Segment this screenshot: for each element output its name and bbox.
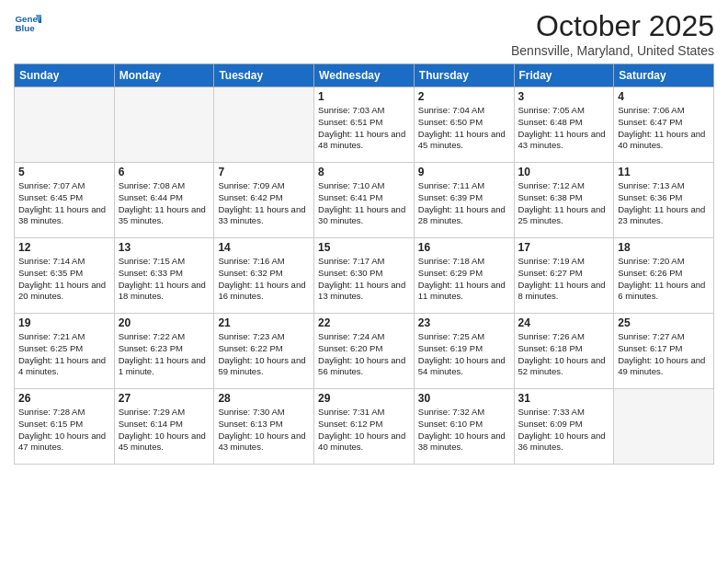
- table-row: 17Sunrise: 7:19 AM Sunset: 6:27 PM Dayli…: [514, 238, 614, 314]
- calendar-week-0: 1Sunrise: 7:03 AM Sunset: 6:51 PM Daylig…: [15, 87, 714, 163]
- table-row: 29Sunrise: 7:31 AM Sunset: 6:12 PM Dayli…: [314, 389, 415, 465]
- calendar-table: Sunday Monday Tuesday Wednesday Thursday…: [14, 63, 714, 465]
- day-number: 15: [318, 241, 410, 254]
- day-info: Sunrise: 7:14 AM Sunset: 6:35 PM Dayligh…: [18, 256, 110, 303]
- day-info: Sunrise: 7:16 AM Sunset: 6:32 PM Dayligh…: [218, 256, 310, 303]
- day-info: Sunrise: 7:29 AM Sunset: 6:14 PM Dayligh…: [119, 407, 210, 454]
- table-row: 31Sunrise: 7:33 AM Sunset: 6:09 PM Dayli…: [514, 389, 614, 465]
- table-row: 22Sunrise: 7:24 AM Sunset: 6:20 PM Dayli…: [314, 314, 415, 389]
- day-number: 16: [418, 241, 510, 254]
- day-number: 2: [418, 90, 510, 103]
- calendar-week-4: 26Sunrise: 7:28 AM Sunset: 6:15 PM Dayli…: [15, 389, 714, 465]
- th-monday: Monday: [114, 64, 214, 87]
- day-info: Sunrise: 7:27 AM Sunset: 6:17 PM Dayligh…: [618, 331, 710, 378]
- day-number: 17: [518, 241, 610, 254]
- table-row: 28Sunrise: 7:30 AM Sunset: 6:13 PM Dayli…: [214, 389, 314, 465]
- day-info: Sunrise: 7:09 AM Sunset: 6:42 PM Dayligh…: [218, 180, 310, 227]
- calendar-week-3: 19Sunrise: 7:21 AM Sunset: 6:25 PM Dayli…: [15, 314, 714, 389]
- day-info: Sunrise: 7:24 AM Sunset: 6:20 PM Dayligh…: [318, 331, 410, 378]
- day-info: Sunrise: 7:31 AM Sunset: 6:12 PM Dayligh…: [318, 407, 410, 454]
- logo-icon: General Blue: [14, 9, 41, 37]
- table-row: 12Sunrise: 7:14 AM Sunset: 6:35 PM Dayli…: [15, 238, 115, 314]
- day-info: Sunrise: 7:18 AM Sunset: 6:29 PM Dayligh…: [418, 256, 510, 303]
- day-number: 21: [218, 316, 310, 329]
- day-number: 19: [18, 316, 110, 329]
- table-row: 8Sunrise: 7:10 AM Sunset: 6:41 PM Daylig…: [314, 163, 415, 238]
- table-row: 24Sunrise: 7:26 AM Sunset: 6:18 PM Dayli…: [514, 314, 614, 389]
- day-number: 24: [518, 316, 610, 329]
- day-info: Sunrise: 7:23 AM Sunset: 6:22 PM Dayligh…: [218, 331, 310, 378]
- day-number: 14: [218, 241, 310, 254]
- day-number: 12: [18, 241, 110, 254]
- day-number: 3: [518, 90, 610, 103]
- table-row: [114, 87, 214, 163]
- day-number: 7: [218, 166, 310, 178]
- table-row: 6Sunrise: 7:08 AM Sunset: 6:44 PM Daylig…: [114, 163, 214, 238]
- day-number: 30: [418, 392, 510, 405]
- table-row: 11Sunrise: 7:13 AM Sunset: 6:36 PM Dayli…: [614, 163, 714, 238]
- day-number: 29: [318, 392, 410, 405]
- table-row: 19Sunrise: 7:21 AM Sunset: 6:25 PM Dayli…: [15, 314, 115, 389]
- th-saturday: Saturday: [614, 64, 714, 87]
- day-info: Sunrise: 7:12 AM Sunset: 6:38 PM Dayligh…: [518, 180, 610, 227]
- day-info: Sunrise: 7:19 AM Sunset: 6:27 PM Dayligh…: [518, 256, 610, 303]
- calendar-page: General Blue October 2025 Bennsville, Ma…: [0, 0, 728, 563]
- table-row: 23Sunrise: 7:25 AM Sunset: 6:19 PM Dayli…: [414, 314, 514, 389]
- day-number: 28: [218, 392, 310, 405]
- day-info: Sunrise: 7:11 AM Sunset: 6:39 PM Dayligh…: [418, 180, 510, 227]
- header-row: Sunday Monday Tuesday Wednesday Thursday…: [15, 64, 714, 87]
- day-info: Sunrise: 7:22 AM Sunset: 6:23 PM Dayligh…: [119, 331, 210, 378]
- day-number: 18: [618, 241, 710, 254]
- day-info: Sunrise: 7:06 AM Sunset: 6:47 PM Dayligh…: [618, 105, 710, 152]
- day-info: Sunrise: 7:05 AM Sunset: 6:48 PM Dayligh…: [518, 105, 610, 152]
- day-info: Sunrise: 7:21 AM Sunset: 6:25 PM Dayligh…: [18, 331, 110, 378]
- calendar-week-1: 5Sunrise: 7:07 AM Sunset: 6:45 PM Daylig…: [15, 163, 714, 238]
- day-info: Sunrise: 7:20 AM Sunset: 6:26 PM Dayligh…: [618, 256, 710, 303]
- day-number: 8: [318, 166, 410, 178]
- th-tuesday: Tuesday: [214, 64, 314, 87]
- day-number: 25: [618, 316, 710, 329]
- table-row: 9Sunrise: 7:11 AM Sunset: 6:39 PM Daylig…: [414, 163, 514, 238]
- day-number: 13: [119, 241, 210, 254]
- day-number: 1: [318, 90, 410, 103]
- th-friday: Friday: [514, 64, 614, 87]
- day-info: Sunrise: 7:32 AM Sunset: 6:10 PM Dayligh…: [418, 407, 510, 454]
- table-row: 14Sunrise: 7:16 AM Sunset: 6:32 PM Dayli…: [214, 238, 314, 314]
- th-wednesday: Wednesday: [314, 64, 415, 87]
- day-info: Sunrise: 7:30 AM Sunset: 6:13 PM Dayligh…: [218, 407, 310, 454]
- table-row: 25Sunrise: 7:27 AM Sunset: 6:17 PM Dayli…: [614, 314, 714, 389]
- table-row: 18Sunrise: 7:20 AM Sunset: 6:26 PM Dayli…: [614, 238, 714, 314]
- table-row: 21Sunrise: 7:23 AM Sunset: 6:22 PM Dayli…: [214, 314, 314, 389]
- table-row: 16Sunrise: 7:18 AM Sunset: 6:29 PM Dayli…: [414, 238, 514, 314]
- header: General Blue October 2025 Bennsville, Ma…: [14, 9, 714, 58]
- calendar-subtitle: Bennsville, Maryland, United States: [511, 43, 714, 58]
- table-row: [614, 389, 714, 465]
- table-row: 15Sunrise: 7:17 AM Sunset: 6:30 PM Dayli…: [314, 238, 415, 314]
- day-info: Sunrise: 7:13 AM Sunset: 6:36 PM Dayligh…: [618, 180, 710, 227]
- day-info: Sunrise: 7:03 AM Sunset: 6:51 PM Dayligh…: [318, 105, 410, 152]
- day-info: Sunrise: 7:26 AM Sunset: 6:18 PM Dayligh…: [518, 331, 610, 378]
- day-number: 23: [418, 316, 510, 329]
- table-row: 30Sunrise: 7:32 AM Sunset: 6:10 PM Dayli…: [414, 389, 514, 465]
- table-row: [214, 87, 314, 163]
- table-row: 27Sunrise: 7:29 AM Sunset: 6:14 PM Dayli…: [114, 389, 214, 465]
- table-row: 2Sunrise: 7:04 AM Sunset: 6:50 PM Daylig…: [414, 87, 514, 163]
- calendar-week-2: 12Sunrise: 7:14 AM Sunset: 6:35 PM Dayli…: [15, 238, 714, 314]
- table-row: 5Sunrise: 7:07 AM Sunset: 6:45 PM Daylig…: [15, 163, 115, 238]
- table-row: 1Sunrise: 7:03 AM Sunset: 6:51 PM Daylig…: [314, 87, 415, 163]
- day-info: Sunrise: 7:07 AM Sunset: 6:45 PM Dayligh…: [18, 180, 110, 227]
- day-info: Sunrise: 7:08 AM Sunset: 6:44 PM Dayligh…: [119, 180, 210, 227]
- table-row: 4Sunrise: 7:06 AM Sunset: 6:47 PM Daylig…: [614, 87, 714, 163]
- th-thursday: Thursday: [414, 64, 514, 87]
- day-info: Sunrise: 7:17 AM Sunset: 6:30 PM Dayligh…: [318, 256, 410, 303]
- title-block: October 2025 Bennsville, Maryland, Unite…: [511, 9, 714, 58]
- day-number: 22: [318, 316, 410, 329]
- day-info: Sunrise: 7:15 AM Sunset: 6:33 PM Dayligh…: [119, 256, 210, 303]
- day-info: Sunrise: 7:33 AM Sunset: 6:09 PM Dayligh…: [518, 407, 610, 454]
- table-row: 26Sunrise: 7:28 AM Sunset: 6:15 PM Dayli…: [15, 389, 115, 465]
- logo: General Blue: [14, 9, 41, 37]
- table-row: 13Sunrise: 7:15 AM Sunset: 6:33 PM Dayli…: [114, 238, 214, 314]
- day-info: Sunrise: 7:10 AM Sunset: 6:41 PM Dayligh…: [318, 180, 410, 227]
- table-row: 7Sunrise: 7:09 AM Sunset: 6:42 PM Daylig…: [214, 163, 314, 238]
- day-info: Sunrise: 7:04 AM Sunset: 6:50 PM Dayligh…: [418, 105, 510, 152]
